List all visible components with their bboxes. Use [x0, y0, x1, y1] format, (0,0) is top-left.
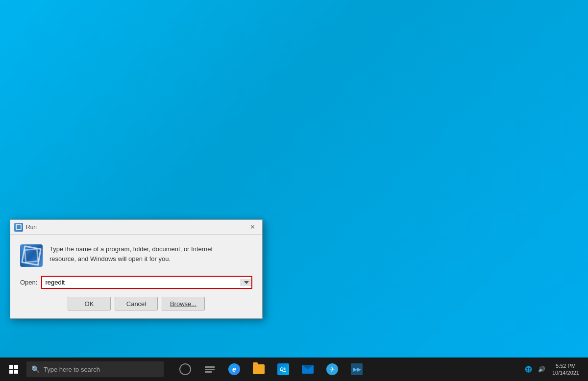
run-input[interactable] [42, 277, 241, 288]
run-body: Type the name of a program, folder, docu… [10, 235, 262, 318]
quicklaunch-icon: ▶▶ [351, 363, 363, 375]
run-icon-inner [16, 224, 22, 230]
chevron-down-icon [244, 281, 249, 284]
tray-date: 10/14/2021 [552, 369, 579, 376]
telegram-icon: ✈ [326, 363, 338, 375]
taskview-line3 [205, 371, 212, 373]
tray-clock[interactable]: 5:52 PM 10/14/2021 [549, 361, 582, 378]
run-titlebar[interactable]: Run ✕ [10, 220, 262, 235]
mail-icon [302, 365, 314, 374]
search-placeholder-text: Type here to search [44, 366, 100, 373]
start-icon [9, 365, 18, 374]
cortana-circle-icon [179, 363, 191, 375]
run-dialog: Run ✕ Type the name of a program, folder… [10, 219, 263, 319]
run-title-text: Run [26, 224, 246, 231]
quicklaunch-button[interactable]: ▶▶ [345, 357, 368, 381]
mail-button[interactable] [296, 357, 319, 381]
run-browse-label: Browse... [170, 300, 196, 308]
search-icon: 🔍 [31, 365, 40, 373]
run-open-label: Open: [20, 279, 37, 286]
taskview-line1 [205, 366, 215, 368]
run-content: Type the name of a program, folder, docu… [20, 244, 252, 267]
start-icon-q2 [14, 365, 18, 369]
run-buttons: OK Cancel Browse... [20, 297, 252, 310]
taskbar: 🔍 Type here to search e 🛍 [0, 357, 588, 381]
run-title-icon [14, 223, 23, 232]
edge-icon: e [228, 363, 240, 375]
start-icon-q1 [9, 365, 13, 369]
run-ok-button[interactable]: OK [68, 297, 111, 310]
run-close-button[interactable]: ✕ [246, 221, 258, 233]
run-description: Type the name of a program, folder, docu… [49, 244, 213, 263]
folder-icon [253, 364, 265, 374]
run-browse-button[interactable]: Browse... [162, 297, 205, 310]
file-explorer-button[interactable] [247, 357, 270, 381]
telegram-button[interactable]: ✈ [320, 357, 344, 381]
run-input-wrapper [41, 276, 252, 289]
edge-browser-button[interactable]: e [222, 357, 246, 381]
task-view-icon [205, 366, 215, 373]
start-icon-q4 [14, 370, 18, 374]
taskbar-search[interactable]: 🔍 Type here to search [26, 361, 164, 377]
start-icon-q3 [9, 370, 13, 374]
tray-volume-icon[interactable]: 🔊 [536, 364, 547, 375]
taskview-line2 [205, 369, 215, 370]
run-logo-inner [20, 244, 43, 267]
quicklaunch-label: ▶▶ [353, 366, 361, 373]
tray-time: 5:52 PM [556, 362, 576, 369]
start-button[interactable] [2, 357, 25, 381]
taskbar-app-icons: e 🛍 ✈ ▶▶ [173, 357, 368, 381]
run-logo [20, 244, 43, 267]
store-icon: 🛍 [277, 363, 289, 375]
tray-network-icon[interactable]: 🌐 [523, 364, 534, 375]
run-dropdown-button[interactable] [241, 279, 251, 286]
task-view-button[interactable] [198, 357, 221, 381]
store-button[interactable]: 🛍 [271, 357, 295, 381]
system-tray: 🌐 🔊 5:52 PM 10/14/2021 [523, 361, 586, 378]
run-open-row: Open: [20, 276, 252, 289]
run-cancel-button[interactable]: Cancel [115, 297, 158, 310]
cortana-button[interactable] [173, 357, 197, 381]
